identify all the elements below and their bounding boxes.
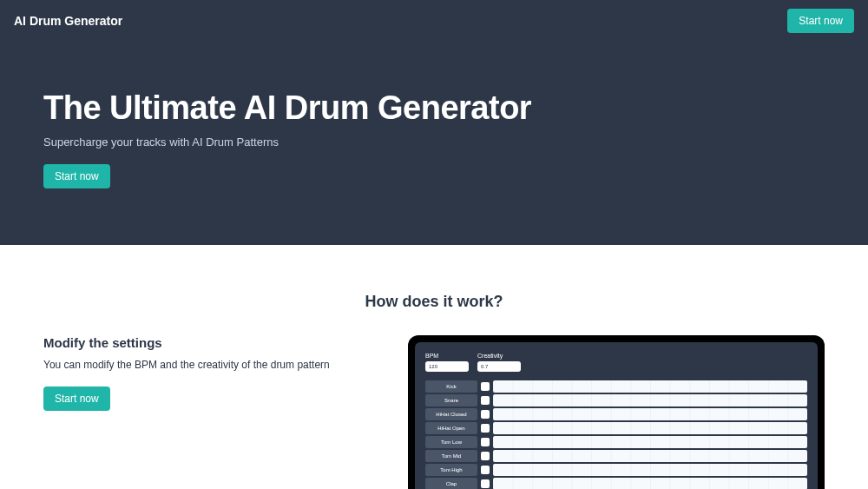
bpm-control-group: BPM 120	[425, 353, 469, 372]
controls-row: BPM 120 Creativity 0.7	[425, 353, 807, 372]
start-now-section-button[interactable]: Start now	[43, 387, 110, 411]
start-now-hero-button[interactable]: Start now	[43, 164, 110, 188]
track-steps[interactable]	[493, 380, 807, 393]
track-row: Kick	[425, 380, 807, 393]
track-enable-checkbox[interactable]	[481, 396, 490, 405]
app-inner: BPM 120 Creativity 0.7 KickSnareHiHat Cl…	[415, 342, 818, 489]
track-steps[interactable]	[493, 394, 807, 406]
track-steps[interactable]	[493, 408, 807, 420]
how-it-works-section: How does it work? Modify the settings Yo…	[0, 245, 868, 489]
track-enable-checkbox[interactable]	[481, 410, 490, 419]
bpm-label: BPM	[425, 353, 469, 359]
track-label: HiHat Closed	[425, 408, 477, 420]
track-row: Tom High	[425, 464, 807, 476]
track-steps[interactable]	[493, 464, 807, 476]
track-steps[interactable]	[493, 478, 807, 489]
app-screenshot-column: BPM 120 Creativity 0.7 KickSnareHiHat Cl…	[408, 335, 825, 489]
track-label: HiHat Open	[425, 422, 477, 434]
track-label: Snare	[425, 394, 477, 406]
track-row: Clap	[425, 478, 807, 489]
explanation-column: Modify the settings You can modify the B…	[43, 335, 356, 411]
app-frame: BPM 120 Creativity 0.7 KickSnareHiHat Cl…	[408, 335, 825, 489]
track-label: Tom Low	[425, 436, 477, 448]
track-enable-checkbox[interactable]	[481, 479, 490, 488]
tracks-grid: KickSnareHiHat ClosedHiHat OpenTom LowTo…	[425, 380, 807, 489]
hero-subtitle: Supercharge your tracks with AI Drum Pat…	[43, 135, 825, 149]
track-label: Clap	[425, 478, 477, 489]
track-enable-checkbox[interactable]	[481, 466, 490, 474]
track-label: Kick	[425, 380, 477, 393]
track-enable-checkbox[interactable]	[481, 452, 490, 460]
hero-title: The Ultimate AI Drum Generator	[43, 89, 825, 127]
track-enable-checkbox[interactable]	[481, 438, 490, 446]
track-label: Tom Mid	[425, 450, 477, 462]
bpm-input[interactable]: 120	[425, 361, 469, 372]
modify-settings-text: You can modify the BPM and the creativit…	[43, 359, 356, 371]
start-now-header-button[interactable]: Start now	[787, 9, 854, 33]
track-label: Tom High	[425, 464, 477, 476]
track-row: Tom Mid	[425, 450, 807, 462]
track-steps[interactable]	[493, 436, 807, 448]
track-row: Snare	[425, 394, 807, 406]
hero-section: The Ultimate AI Drum Generator Superchar…	[0, 42, 868, 245]
track-row: Tom Low	[425, 436, 807, 448]
track-row: HiHat Closed	[425, 408, 807, 420]
two-column-layout: Modify the settings You can modify the B…	[43, 335, 825, 489]
track-steps[interactable]	[493, 422, 807, 434]
track-enable-checkbox[interactable]	[481, 382, 490, 391]
how-it-works-heading: How does it work?	[43, 293, 825, 311]
creativity-control-group: Creativity 0.7	[477, 353, 521, 372]
track-row: HiHat Open	[425, 422, 807, 434]
track-enable-checkbox[interactable]	[481, 424, 490, 433]
app-title: AI Drum Generator	[14, 14, 122, 28]
creativity-input[interactable]: 0.7	[477, 361, 521, 372]
top-header: AI Drum Generator Start now	[0, 0, 868, 42]
track-steps[interactable]	[493, 450, 807, 462]
creativity-label: Creativity	[477, 353, 521, 359]
modify-settings-title: Modify the settings	[43, 335, 356, 350]
